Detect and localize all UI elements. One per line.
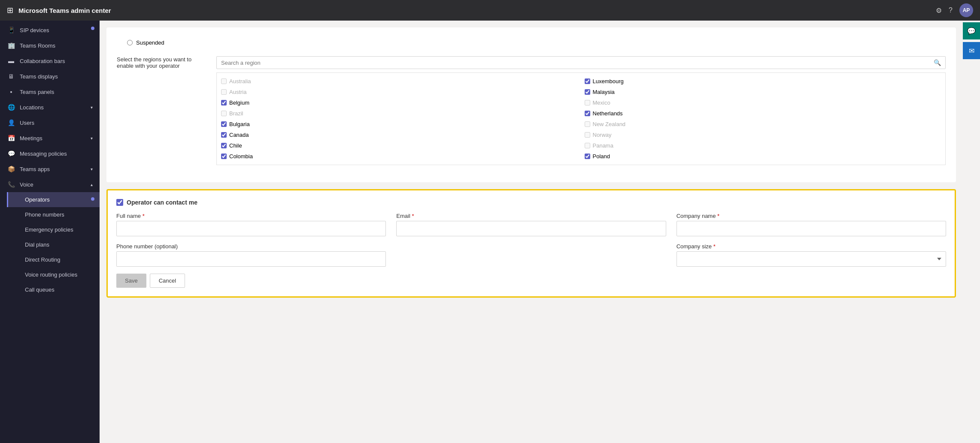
region-checkbox[interactable] (585, 154, 590, 159)
sidebar-label: Voice (20, 181, 33, 188)
sidebar-label: Locations (20, 104, 44, 111)
company-name-group: Company name * (677, 213, 946, 236)
region-checkbox[interactable] (221, 121, 227, 127)
region-name: Brazil (229, 110, 243, 117)
full-name-input[interactable] (116, 221, 386, 236)
region-item: Chile (221, 142, 578, 150)
region-checkbox[interactable] (221, 143, 227, 148)
region-checkbox[interactable] (221, 132, 227, 138)
company-name-input[interactable] (677, 221, 946, 236)
region-name: Panama (593, 142, 613, 149)
sidebar-item-phone-numbers[interactable]: Phone numbers (7, 207, 100, 222)
sidebar-item-users[interactable]: 👤 Users (0, 115, 100, 130)
sidebar-item-voice[interactable]: 📞 Voice ▴ (0, 177, 100, 192)
sidebar-item-meetings[interactable]: 📅 Meetings ▾ (0, 130, 100, 146)
sidebar-label: Voice routing policies (25, 271, 77, 278)
region-checkbox[interactable] (221, 78, 227, 84)
company-size-label: Company size * (677, 243, 946, 250)
sidebar-label: Call queues (25, 286, 55, 293)
avatar[interactable]: AP (959, 3, 973, 17)
suspended-radio[interactable] (127, 40, 133, 45)
sidebar-item-direct-routing[interactable]: Direct Routing (7, 252, 100, 267)
action-buttons: Save Cancel (116, 274, 946, 288)
rooms-icon: 🏢 (7, 42, 15, 49)
app-title: Microsoft Teams admin center (18, 7, 931, 14)
sidebar-item-teams-apps[interactable]: 📦 Teams apps ▾ (0, 161, 100, 177)
region-name: Belgium (229, 99, 249, 106)
grid-icon[interactable]: ⊞ (7, 6, 13, 15)
sidebar-item-emergency-policies[interactable]: Emergency policies (7, 222, 100, 237)
sidebar-label: Teams displays (20, 73, 58, 80)
chevron-down-icon: ▾ (91, 136, 93, 141)
region-name: Poland (593, 153, 610, 160)
sidebar-label: Direct Routing (25, 256, 60, 263)
settings-icon[interactable]: ⚙ (936, 6, 942, 15)
region-item: Austria (221, 88, 578, 96)
help-icon[interactable]: ? (949, 6, 953, 14)
sidebar-item-locations[interactable]: 🌐 Locations ▾ (0, 99, 100, 115)
sidebar-item-teams-panels[interactable]: ▪ Teams panels (0, 84, 100, 99)
region-name: Mexico (593, 99, 610, 106)
globe-icon: 🌐 (7, 104, 15, 111)
email-input[interactable] (396, 221, 666, 236)
region-item: Norway (585, 131, 941, 139)
suspended-row: Suspended (117, 36, 946, 49)
full-name-group: Full name * (116, 213, 386, 236)
region-checkbox[interactable] (221, 154, 227, 159)
company-size-select[interactable]: 1-4950-249250-9991000-49995000+ (677, 251, 946, 267)
region-checkbox[interactable] (221, 100, 227, 105)
layout: 📱 SIP devices 🏢 Teams Rooms ▬ Collaborat… (0, 21, 980, 443)
region-checkbox[interactable] (221, 111, 227, 116)
sidebar-item-teams-rooms[interactable]: 🏢 Teams Rooms (0, 38, 100, 53)
sidebar-item-voice-routing-policies[interactable]: Voice routing policies (7, 267, 100, 282)
region-checkbox[interactable] (585, 100, 590, 105)
operator-contact-checkbox[interactable] (116, 199, 123, 206)
contact-form-grid: Full name * Email * Company name * (116, 213, 946, 267)
required-marker: * (713, 243, 716, 250)
sidebar-label: Collaboration bars (20, 58, 65, 64)
region-checkbox[interactable] (221, 89, 227, 95)
phone-icon: 📱 (7, 27, 15, 33)
messaging-icon: 💬 (7, 150, 15, 157)
sidebar-item-sip-devices[interactable]: 📱 SIP devices (0, 22, 100, 38)
region-item: Mexico (585, 99, 941, 107)
region-checkbox[interactable] (585, 121, 590, 127)
region-item: Brazil (221, 109, 578, 118)
sidebar-item-call-queues[interactable]: Call queues (7, 282, 100, 297)
chevron-down-icon: ▾ (91, 105, 93, 110)
meetings-icon: 📅 (7, 135, 15, 142)
apps-icon: 📦 (7, 166, 15, 172)
region-checkbox[interactable] (585, 143, 590, 148)
required-marker: * (412, 213, 414, 219)
operator-contact-box: Operator can contact me Full name * Emai… (106, 189, 956, 298)
phone-group: Phone number (optional) (116, 243, 386, 267)
sidebar-label: Operators (25, 196, 50, 203)
sidebar-item-messaging-policies[interactable]: 💬 Messaging policies (0, 146, 100, 161)
region-checkbox[interactable] (585, 132, 590, 138)
sidebar-item-dial-plans[interactable]: Dial plans (7, 237, 100, 252)
phone-input[interactable] (116, 251, 386, 267)
region-checkbox[interactable] (585, 78, 590, 84)
region-checkbox[interactable] (585, 89, 590, 95)
sidebar-item-collaboration-bars[interactable]: ▬ Collaboration bars (0, 53, 100, 69)
region-name: Malaysia (593, 89, 615, 95)
feedback-icon[interactable]: ✉ (963, 42, 980, 59)
sidebar: 📱 SIP devices 🏢 Teams Rooms ▬ Collaborat… (0, 21, 100, 443)
region-checkbox[interactable] (585, 111, 590, 116)
chat-support-icon[interactable]: 💬 (963, 22, 980, 39)
cancel-button[interactable]: Cancel (150, 274, 185, 288)
sidebar-item-teams-displays[interactable]: 🖥 Teams displays (0, 69, 100, 84)
region-item: Netherlands (585, 109, 941, 118)
users-icon: 👤 (7, 119, 15, 126)
region-item: Canada (221, 131, 578, 139)
search-icon: 🔍 (934, 59, 941, 66)
phone-label: Phone number (optional) (116, 243, 386, 250)
sidebar-item-operators[interactable]: Operators (7, 192, 100, 207)
notification-dot (91, 197, 94, 201)
region-item: Luxembourg (585, 77, 941, 85)
region-selector: 🔍 AustraliaLuxembourgAustriaMalaysiaBelg… (216, 56, 946, 165)
region-name: Chile (229, 142, 242, 149)
required-marker: * (717, 213, 719, 219)
save-button[interactable]: Save (116, 274, 146, 288)
region-search-input[interactable] (221, 60, 931, 66)
